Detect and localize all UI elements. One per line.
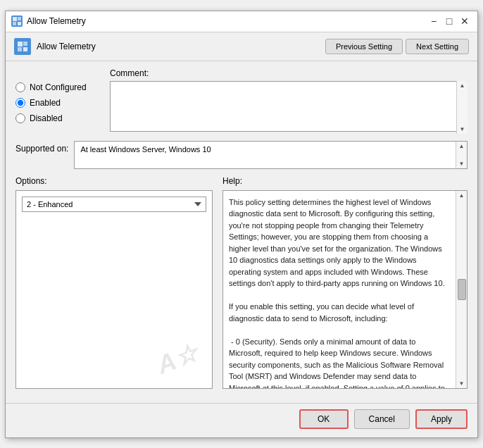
comment-label: Comment: [110, 68, 468, 78]
ok-button[interactable]: OK [299, 409, 349, 429]
apply-button[interactable]: Apply [415, 409, 468, 429]
previous-setting-button[interactable]: Previous Setting [325, 39, 403, 54]
supported-value: At least Windows Server, Windows 10 [80, 145, 211, 154]
help-scroll-up-icon[interactable]: ▲ [459, 192, 465, 199]
toolbar-buttons: Previous Setting Next Setting [325, 39, 469, 54]
radio-enabled-label: Enabled [30, 98, 61, 108]
window-title: Allow Telemetry [27, 16, 86, 26]
svg-rect-1 [18, 17, 21, 20]
radio-not-configured-label: Not Configured [30, 82, 87, 92]
bottom-labels: Options: Help: [15, 176, 468, 186]
main-window: Allow Telemetry − □ ✕ Allow Telemetry Pr… [5, 11, 478, 438]
svg-rect-7 [23, 47, 27, 51]
radio-disabled[interactable]: Disabled [15, 113, 100, 123]
cancel-button[interactable]: Cancel [354, 409, 410, 429]
help-text: This policy setting determines the highe… [223, 191, 467, 388]
minimize-button[interactable]: − [427, 14, 441, 28]
svg-rect-6 [18, 47, 22, 51]
options-panel: 0 - Security 1 - Basic 2 - Enhanced 3 - … [15, 190, 213, 389]
comment-input[interactable] [110, 81, 468, 132]
radio-enabled[interactable]: Enabled [15, 98, 100, 108]
title-bar: Allow Telemetry − □ ✕ [6, 11, 477, 32]
radio-not-configured[interactable]: Not Configured [15, 82, 100, 92]
title-bar-left: Allow Telemetry [11, 15, 86, 27]
supported-scrollbar[interactable]: ▲ ▼ [456, 142, 467, 168]
next-setting-button[interactable]: Next Setting [406, 39, 469, 54]
footer-buttons: OK Cancel Apply [299, 409, 468, 429]
radio-disabled-label: Disabled [30, 113, 63, 123]
help-content: This policy setting determines the highe… [229, 198, 447, 388]
comment-area: Comment: ▲ ▼ [110, 68, 468, 134]
maximize-button[interactable]: □ [442, 14, 456, 28]
svg-rect-4 [18, 42, 23, 46]
help-scroll-down-icon[interactable]: ▼ [459, 380, 465, 387]
dropdown-wrapper: 0 - Security 1 - Basic 2 - Enhanced 3 - … [16, 191, 212, 218]
toolbar-title: Allow Telemetry [37, 42, 320, 51]
radio-disabled-input[interactable] [15, 113, 25, 123]
options-label: Options: [15, 176, 213, 186]
scroll-up-icon[interactable]: ▲ [460, 82, 465, 89]
telemetry-level-dropdown[interactable]: 0 - Security 1 - Basic 2 - Enhanced 3 - … [22, 197, 206, 212]
radio-group: Not Configured Enabled Disabled [15, 68, 100, 134]
svg-rect-0 [13, 17, 17, 21]
toolbar-icon [14, 38, 31, 55]
help-scroll-thumb[interactable] [458, 279, 466, 300]
toolbar: Allow Telemetry Previous Setting Next Se… [6, 32, 477, 61]
scroll-down-icon[interactable]: ▼ [460, 126, 465, 132]
close-button[interactable]: ✕ [458, 14, 472, 28]
radio-enabled-input[interactable] [15, 98, 25, 108]
supported-box: At least Windows Server, Windows 10 ▲ ▼ [74, 141, 468, 169]
radio-not-configured-input[interactable] [15, 82, 25, 92]
window-controls: − □ ✕ [427, 14, 472, 28]
supported-scroll-down-icon[interactable]: ▼ [459, 161, 465, 167]
watermark: A☆ [153, 338, 202, 380]
top-section: Not Configured Enabled Disabled Comment:… [15, 68, 468, 134]
svg-rect-5 [23, 42, 27, 46]
supported-scroll-up-icon[interactable]: ▲ [459, 143, 465, 149]
comment-scrollbar[interactable]: ▲ ▼ [456, 81, 468, 134]
help-label: Help: [222, 176, 242, 186]
window-icon [11, 15, 23, 27]
supported-section: Supported on: At least Windows Server, W… [15, 141, 468, 169]
footer: OK Cancel Apply [6, 403, 477, 437]
help-panel: This policy setting determines the highe… [222, 190, 468, 389]
content-area: Not Configured Enabled Disabled Comment:… [6, 61, 477, 403]
supported-label: Supported on: [15, 141, 68, 154]
svg-rect-2 [13, 22, 16, 25]
svg-rect-3 [18, 22, 21, 25]
help-scrollbar[interactable]: ▲ ▼ [456, 191, 467, 388]
bottom-panels: 0 - Security 1 - Basic 2 - Enhanced 3 - … [15, 190, 468, 389]
